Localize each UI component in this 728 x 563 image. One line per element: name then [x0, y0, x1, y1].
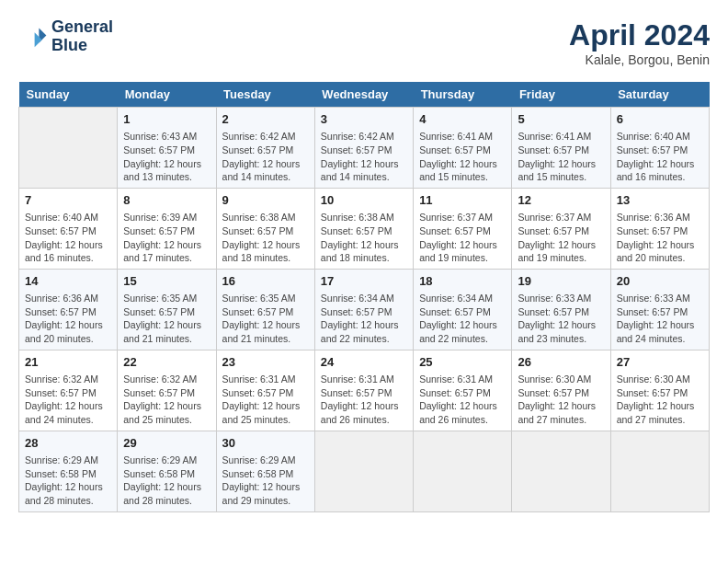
day-info: Sunrise: 6:40 AM Sunset: 6:57 PM Dayligh… [25, 211, 111, 265]
day-info: Sunrise: 6:39 AM Sunset: 6:57 PM Dayligh… [123, 211, 210, 265]
calendar-cell: 26Sunrise: 6:30 AM Sunset: 6:57 PM Dayli… [512, 350, 610, 431]
calendar-cell: 11Sunrise: 6:37 AM Sunset: 6:57 PM Dayli… [414, 188, 512, 269]
calendar-cell [610, 431, 709, 511]
day-number: 17 [321, 273, 407, 290]
calendar-cell: 17Sunrise: 6:34 AM Sunset: 6:57 PM Dayli… [314, 269, 413, 350]
day-info: Sunrise: 6:29 AM Sunset: 6:58 PM Dayligh… [123, 454, 210, 508]
header-day-wednesday: Wednesday [314, 82, 413, 108]
calendar-header-row: SundayMondayTuesdayWednesdayThursdayFrid… [19, 82, 710, 108]
calendar-cell [512, 431, 610, 511]
day-number: 25 [419, 354, 506, 371]
calendar-cell: 1Sunrise: 6:43 AM Sunset: 6:57 PM Daylig… [118, 108, 216, 189]
calendar-cell [314, 431, 413, 511]
day-info: Sunrise: 6:31 AM Sunset: 6:57 PM Dayligh… [321, 373, 407, 427]
calendar-cell: 14Sunrise: 6:36 AM Sunset: 6:57 PM Dayli… [19, 269, 118, 350]
header-day-sunday: Sunday [19, 82, 118, 108]
day-info: Sunrise: 6:38 AM Sunset: 6:57 PM Dayligh… [222, 211, 309, 265]
page-header: General Blue April 2024 Kalale, Borgou, … [18, 18, 710, 67]
calendar-week-2: 7Sunrise: 6:40 AM Sunset: 6:57 PM Daylig… [19, 188, 710, 269]
header-day-tuesday: Tuesday [216, 82, 314, 108]
day-number: 19 [518, 273, 604, 290]
calendar-cell: 9Sunrise: 6:38 AM Sunset: 6:57 PM Daylig… [216, 188, 314, 269]
day-number: 11 [419, 192, 506, 209]
logo: General Blue [18, 18, 113, 55]
calendar-cell: 13Sunrise: 6:36 AM Sunset: 6:57 PM Dayli… [610, 188, 709, 269]
calendar-cell [414, 431, 512, 511]
day-number: 15 [123, 273, 210, 290]
day-number: 7 [25, 192, 111, 209]
day-info: Sunrise: 6:41 AM Sunset: 6:57 PM Dayligh… [518, 130, 604, 184]
day-number: 6 [617, 111, 703, 128]
day-number: 18 [419, 273, 506, 290]
day-info: Sunrise: 6:33 AM Sunset: 6:57 PM Dayligh… [617, 292, 703, 346]
calendar-cell: 8Sunrise: 6:39 AM Sunset: 6:57 PM Daylig… [118, 188, 216, 269]
calendar-cell: 15Sunrise: 6:35 AM Sunset: 6:57 PM Dayli… [118, 269, 216, 350]
calendar-cell: 2Sunrise: 6:42 AM Sunset: 6:57 PM Daylig… [216, 108, 314, 189]
calendar-cell: 19Sunrise: 6:33 AM Sunset: 6:57 PM Dayli… [512, 269, 610, 350]
calendar-cell: 12Sunrise: 6:37 AM Sunset: 6:57 PM Dayli… [512, 188, 610, 269]
calendar-week-4: 21Sunrise: 6:32 AM Sunset: 6:57 PM Dayli… [19, 350, 710, 431]
calendar-cell: 21Sunrise: 6:32 AM Sunset: 6:57 PM Dayli… [19, 350, 118, 431]
calendar-cell: 22Sunrise: 6:32 AM Sunset: 6:57 PM Dayli… [118, 350, 216, 431]
day-info: Sunrise: 6:37 AM Sunset: 6:57 PM Dayligh… [419, 211, 506, 265]
day-number: 3 [321, 111, 407, 128]
calendar-cell: 4Sunrise: 6:41 AM Sunset: 6:57 PM Daylig… [414, 108, 512, 189]
calendar-cell: 27Sunrise: 6:30 AM Sunset: 6:57 PM Dayli… [610, 350, 709, 431]
header-day-thursday: Thursday [414, 82, 512, 108]
month-year: April 2024 [569, 18, 710, 52]
header-day-monday: Monday [118, 82, 216, 108]
day-number: 21 [25, 354, 111, 371]
day-number: 9 [222, 192, 309, 209]
day-info: Sunrise: 6:41 AM Sunset: 6:57 PM Dayligh… [419, 130, 506, 184]
calendar-week-1: 1Sunrise: 6:43 AM Sunset: 6:57 PM Daylig… [19, 108, 710, 189]
day-info: Sunrise: 6:34 AM Sunset: 6:57 PM Dayligh… [419, 292, 506, 346]
day-number: 4 [419, 111, 506, 128]
day-info: Sunrise: 6:30 AM Sunset: 6:57 PM Dayligh… [518, 373, 604, 427]
calendar-cell: 3Sunrise: 6:42 AM Sunset: 6:57 PM Daylig… [314, 108, 413, 189]
header-day-saturday: Saturday [610, 82, 709, 108]
day-info: Sunrise: 6:43 AM Sunset: 6:57 PM Dayligh… [123, 130, 210, 184]
day-number: 16 [222, 273, 309, 290]
day-number: 20 [617, 273, 703, 290]
day-info: Sunrise: 6:37 AM Sunset: 6:57 PM Dayligh… [518, 211, 604, 265]
calendar-cell: 5Sunrise: 6:41 AM Sunset: 6:57 PM Daylig… [512, 108, 610, 189]
day-number: 12 [518, 192, 604, 209]
calendar-cell: 29Sunrise: 6:29 AM Sunset: 6:58 PM Dayli… [118, 431, 216, 511]
day-number: 5 [518, 111, 604, 128]
day-info: Sunrise: 6:38 AM Sunset: 6:57 PM Dayligh… [321, 211, 407, 265]
day-number: 13 [617, 192, 703, 209]
day-info: Sunrise: 6:34 AM Sunset: 6:57 PM Dayligh… [321, 292, 407, 346]
day-number: 14 [25, 273, 111, 290]
day-number: 23 [222, 354, 309, 371]
calendar-week-5: 28Sunrise: 6:29 AM Sunset: 6:58 PM Dayli… [19, 431, 710, 511]
calendar-table: SundayMondayTuesdayWednesdayThursdayFrid… [18, 82, 710, 512]
calendar-cell: 25Sunrise: 6:31 AM Sunset: 6:57 PM Dayli… [414, 350, 512, 431]
day-number: 28 [25, 435, 111, 452]
day-info: Sunrise: 6:32 AM Sunset: 6:57 PM Dayligh… [123, 373, 210, 427]
day-number: 24 [321, 354, 407, 371]
day-number: 10 [321, 192, 407, 209]
day-number: 26 [518, 354, 604, 371]
day-number: 1 [123, 111, 210, 128]
calendar-cell: 16Sunrise: 6:35 AM Sunset: 6:57 PM Dayli… [216, 269, 314, 350]
day-info: Sunrise: 6:31 AM Sunset: 6:57 PM Dayligh… [222, 373, 309, 427]
day-number: 22 [123, 354, 210, 371]
calendar-cell: 20Sunrise: 6:33 AM Sunset: 6:57 PM Dayli… [610, 269, 709, 350]
day-number: 8 [123, 192, 210, 209]
day-info: Sunrise: 6:40 AM Sunset: 6:57 PM Dayligh… [617, 130, 703, 184]
logo-text: General Blue [51, 18, 113, 55]
day-info: Sunrise: 6:42 AM Sunset: 6:57 PM Dayligh… [321, 130, 407, 184]
day-info: Sunrise: 6:35 AM Sunset: 6:57 PM Dayligh… [222, 292, 309, 346]
title-block: April 2024 Kalale, Borgou, Benin [569, 18, 710, 67]
calendar-cell: 23Sunrise: 6:31 AM Sunset: 6:57 PM Dayli… [216, 350, 314, 431]
calendar-body: 1Sunrise: 6:43 AM Sunset: 6:57 PM Daylig… [19, 108, 710, 512]
calendar-cell [19, 108, 118, 189]
day-info: Sunrise: 6:36 AM Sunset: 6:57 PM Dayligh… [25, 292, 111, 346]
day-info: Sunrise: 6:30 AM Sunset: 6:57 PM Dayligh… [617, 373, 703, 427]
day-info: Sunrise: 6:42 AM Sunset: 6:57 PM Dayligh… [222, 130, 309, 184]
calendar-cell: 10Sunrise: 6:38 AM Sunset: 6:57 PM Dayli… [314, 188, 413, 269]
location: Kalale, Borgou, Benin [569, 52, 710, 67]
header-day-friday: Friday [512, 82, 610, 108]
day-info: Sunrise: 6:29 AM Sunset: 6:58 PM Dayligh… [222, 454, 309, 508]
logo-icon [18, 22, 48, 52]
